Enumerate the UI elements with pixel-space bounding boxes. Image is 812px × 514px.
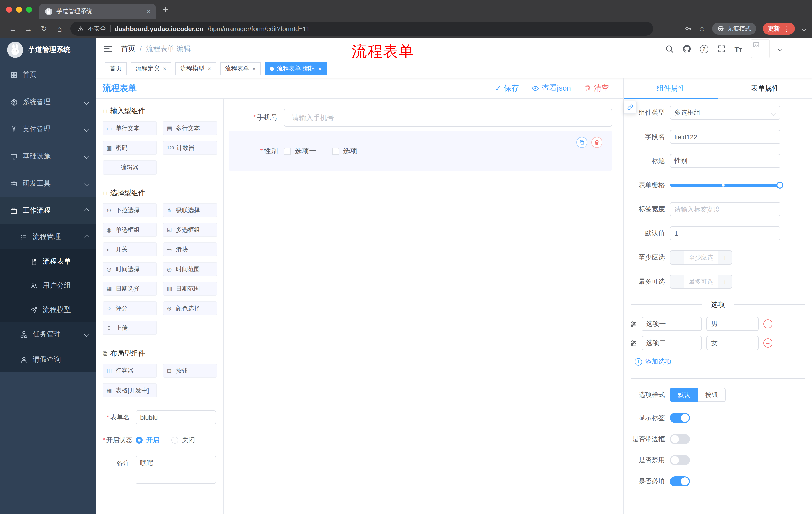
sidebar-item-payment-mgmt[interactable]: 支付管理 xyxy=(0,116,96,143)
sidebar-item-system-mgmt[interactable]: 系统管理 xyxy=(0,88,96,116)
tag-process-definition[interactable]: 流程定义 × xyxy=(130,62,171,75)
address-bar[interactable]: 不安全 dashboard.yudao.iocoder.cn/bpm/manag… xyxy=(70,22,653,36)
palette-item-counter[interactable]: 123计数器 xyxy=(163,141,217,155)
palette-item-single-text[interactable]: ▭单行文本 xyxy=(103,121,157,135)
required-toggle[interactable] xyxy=(670,476,690,486)
tag-process-form-edit[interactable]: 流程表单-编辑 × xyxy=(265,62,327,75)
form-name-input[interactable] xyxy=(136,410,216,425)
increase-button[interactable]: + xyxy=(718,251,732,264)
sidebar-item-task-mgmt[interactable]: 任务管理 xyxy=(0,322,96,347)
window-maximize-button[interactable] xyxy=(26,6,32,12)
remove-option-button[interactable]: − xyxy=(763,339,772,348)
sidebar-item-workflow[interactable]: 工作流程 xyxy=(0,197,96,224)
palette-item-rate[interactable]: ☆评分 xyxy=(103,301,157,315)
status-radio-off[interactable]: 关闭 xyxy=(171,436,195,444)
back-icon[interactable]: ← xyxy=(6,24,20,33)
sidebar-item-leave-query[interactable]: 请假查询 xyxy=(0,347,96,372)
github-icon[interactable] xyxy=(682,44,691,53)
copy-component-button[interactable] xyxy=(576,137,587,148)
browser-update-button[interactable]: 更新 ⋮ xyxy=(763,23,795,35)
palette-item-color-picker[interactable]: ⊛颜色选择 xyxy=(163,301,217,315)
tag-home[interactable]: 首页 xyxy=(105,62,127,75)
window-close-button[interactable] xyxy=(6,6,12,12)
sidebar-item-process-model[interactable]: 流程模型 xyxy=(0,298,96,322)
component-type-select[interactable]: 多选框组 xyxy=(670,106,780,120)
option-label-input[interactable] xyxy=(642,317,702,331)
tag-close-icon[interactable]: × xyxy=(252,65,256,72)
option-value-input[interactable] xyxy=(706,317,759,331)
palette-item-row-container[interactable]: ◫行容器 xyxy=(103,363,157,378)
view-json-button[interactable]: 查看json xyxy=(532,83,571,93)
style-button-button[interactable]: 按钮 xyxy=(698,388,726,402)
bookmark-star-icon[interactable]: ☆ xyxy=(699,24,705,33)
tag-close-icon[interactable]: × xyxy=(318,65,322,72)
avatar[interactable] xyxy=(751,39,770,58)
tag-process-form[interactable]: 流程表单 × xyxy=(220,62,261,75)
default-value-input[interactable] xyxy=(670,226,780,240)
palette-item-password[interactable]: ▣密码 xyxy=(103,141,157,155)
palette-item-switch[interactable]: ◐开关 xyxy=(103,242,157,256)
option-label-input[interactable] xyxy=(642,336,702,350)
tab-form-props[interactable]: 表单属性 xyxy=(718,78,812,98)
sidebar-item-process-mgmt[interactable]: 流程管理 xyxy=(0,224,96,249)
palette-item-time-picker[interactable]: ◷时间选择 xyxy=(103,262,157,276)
font-size-icon[interactable]: TT xyxy=(734,45,742,53)
avatar-dropdown-chevron-icon[interactable] xyxy=(778,46,783,51)
tag-close-icon[interactable]: × xyxy=(207,65,211,72)
palette-item-time-range[interactable]: ◴时间范围 xyxy=(163,262,217,276)
window-minimize-button[interactable] xyxy=(16,6,22,12)
decrease-button[interactable]: − xyxy=(670,251,685,264)
gender-checkbox-option2[interactable]: 选项二 xyxy=(332,147,364,156)
selected-component-gender[interactable]: *性别 选项一 选项二 xyxy=(229,131,612,171)
palette-item-table[interactable]: ▦表格[开发中] xyxy=(103,383,157,397)
reload-icon[interactable]: ↻ xyxy=(37,24,51,33)
delete-component-button[interactable] xyxy=(591,137,603,148)
option-value-input[interactable] xyxy=(706,336,759,350)
slider-handle[interactable] xyxy=(776,182,783,189)
stepper-placeholder[interactable]: 至少应选 xyxy=(685,251,718,264)
form-remark-textarea[interactable]: 嘿嘿 xyxy=(136,456,216,484)
title-input[interactable] xyxy=(670,154,780,168)
palette-item-slider[interactable]: ⊷滑块 xyxy=(163,242,217,256)
save-button[interactable]: ✓ 保存 xyxy=(495,83,519,93)
palette-item-editor[interactable]: 编辑器 xyxy=(103,160,157,174)
palette-item-upload[interactable]: ↥上传 xyxy=(103,321,157,335)
palette-item-date-picker[interactable]: ▦日期选择 xyxy=(103,282,157,296)
tag-process-model[interactable]: 流程模型 × xyxy=(175,62,216,75)
fullscreen-icon[interactable] xyxy=(717,44,726,53)
palette-item-date-range[interactable]: ▥日期范围 xyxy=(163,282,217,296)
tab-component-props[interactable]: 组件属性 xyxy=(624,78,718,98)
style-default-button[interactable]: 默认 xyxy=(670,388,698,402)
gender-checkbox-option1[interactable]: 选项一 xyxy=(284,147,316,156)
palette-item-checkbox-group[interactable]: ☑多选框组 xyxy=(163,223,217,237)
disabled-toggle[interactable] xyxy=(670,455,690,465)
search-icon[interactable] xyxy=(665,44,673,53)
tab-close-icon[interactable]: × xyxy=(147,7,151,15)
show-label-toggle[interactable] xyxy=(670,413,690,423)
tag-close-icon[interactable]: × xyxy=(163,65,166,72)
palette-item-radio-group[interactable]: ◉单选框组 xyxy=(103,223,157,237)
border-toggle[interactable] xyxy=(670,434,690,444)
browser-tab[interactable]: 芋道管理系统 × xyxy=(39,3,156,19)
home-icon[interactable]: ⌂ xyxy=(53,24,66,33)
sidebar-item-home[interactable]: 首页 xyxy=(0,61,96,88)
decrease-button[interactable]: − xyxy=(670,275,685,288)
field-name-input[interactable] xyxy=(670,130,780,144)
palette-item-cascader[interactable]: ⋔级联选择 xyxy=(163,203,217,217)
remove-option-button[interactable]: − xyxy=(763,319,772,328)
status-radio-on[interactable]: 开启 xyxy=(136,436,159,444)
label-width-input[interactable] xyxy=(670,202,780,216)
increase-button[interactable]: + xyxy=(718,275,732,288)
phone-input[interactable] xyxy=(284,109,612,127)
palette-item-button[interactable]: ⊡按钮 xyxy=(163,363,217,378)
clear-button[interactable]: 清空 xyxy=(584,83,609,93)
sidebar-item-dev-tools[interactable]: 研发工具 xyxy=(0,170,96,197)
forward-icon[interactable]: → xyxy=(22,24,35,33)
sidebar-collapse-icon[interactable] xyxy=(104,46,112,52)
form-grid-slider[interactable] xyxy=(670,178,780,192)
password-key-icon[interactable] xyxy=(684,25,692,33)
sidebar-item-process-form[interactable]: 流程表单 xyxy=(0,249,96,274)
drag-handle-icon[interactable] xyxy=(630,320,637,328)
stepper-placeholder[interactable]: 最多可选 xyxy=(685,275,718,288)
link-anchor-button[interactable] xyxy=(624,101,637,114)
